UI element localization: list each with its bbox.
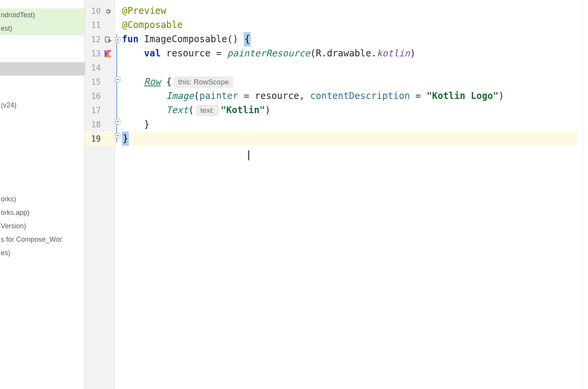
fold-handle-icon[interactable] xyxy=(115,133,120,138)
code-line[interactable]: fun ImageComposable() { xyxy=(121,32,577,46)
inlay-hint: text: xyxy=(196,105,218,116)
tree-item[interactable]: Version) xyxy=(0,219,85,233)
line-number: 11 xyxy=(91,21,101,30)
tree-item[interactable]: s for Compose_Wor xyxy=(0,233,85,246)
fold-handle-icon[interactable] xyxy=(115,119,120,124)
tree-item-selected[interactable] xyxy=(0,62,85,76)
line-number: 18 xyxy=(91,120,101,129)
code-line[interactable]: val resource = painterResource(R.drawabl… xyxy=(121,46,577,61)
line-number: 16 xyxy=(91,92,101,101)
gutter-line[interactable]: 15 xyxy=(85,75,115,89)
gutter-line[interactable]: 16 xyxy=(85,89,115,103)
tree-item[interactable]: est) xyxy=(0,22,85,35)
line-number: 10 xyxy=(91,7,101,16)
code-line[interactable]: @Preview xyxy=(121,4,577,18)
run-icon[interactable] xyxy=(105,36,112,43)
text-caret-icon xyxy=(248,150,249,160)
line-number: 13 xyxy=(91,49,101,58)
gear-icon[interactable] xyxy=(105,8,112,15)
code-line[interactable]: Text(text:"Kotlin") xyxy=(121,103,577,117)
gutter-line[interactable]: 14 xyxy=(85,61,115,75)
tree-item[interactable]: es) xyxy=(0,246,85,260)
kotlin-logo-icon[interactable] xyxy=(104,49,112,58)
tree-item[interactable]: orks) xyxy=(0,193,85,206)
gutter-line[interactable]: 12 xyxy=(85,32,115,46)
fold-handle-icon[interactable] xyxy=(115,37,120,43)
line-number: 12 xyxy=(91,35,101,44)
editor-gutter[interactable]: 10 11 12 13 14 15 16 17 18 19 xyxy=(85,0,115,389)
code-editor[interactable]: @Preview @Composable fun ImageComposable… xyxy=(121,0,583,389)
gutter-line[interactable]: 18 xyxy=(85,117,115,132)
tree-item[interactable]: ndroidTest) xyxy=(0,8,85,22)
code-line[interactable]: Row {this: RowScope xyxy=(121,75,577,89)
gutter-line[interactable]: 13 xyxy=(85,46,115,61)
ide-window: ndroidTest) est) (v24) orks) orks.app) V… xyxy=(0,0,588,389)
code-line[interactable]: Image(painter = resource, contentDescrip… xyxy=(121,89,577,103)
code-line-current[interactable]: } xyxy=(121,132,577,146)
fold-ribbon[interactable] xyxy=(115,0,121,389)
fold-handle-icon[interactable] xyxy=(115,77,120,82)
line-number: 17 xyxy=(91,106,101,115)
project-tool-window[interactable]: ndroidTest) est) (v24) orks) orks.app) V… xyxy=(0,0,85,389)
gutter-line[interactable]: 17 xyxy=(85,103,115,117)
line-number: 14 xyxy=(91,63,101,73)
tree-item[interactable]: orks.app) xyxy=(0,206,85,219)
code-line[interactable] xyxy=(121,61,577,75)
gutter-line[interactable]: 19 xyxy=(85,132,115,146)
gutter-line[interactable]: 11 xyxy=(85,18,115,32)
line-number: 15 xyxy=(91,77,101,87)
line-number: 19 xyxy=(91,134,101,143)
tree-item[interactable]: (v24) xyxy=(0,99,85,112)
gutter-line[interactable]: 10 xyxy=(85,4,115,18)
inlay-hint: this: RowScope xyxy=(174,77,233,87)
editor-scrollbar[interactable] xyxy=(583,0,588,389)
code-line[interactable]: } xyxy=(121,117,577,132)
code-line[interactable]: @Composable xyxy=(121,18,577,32)
